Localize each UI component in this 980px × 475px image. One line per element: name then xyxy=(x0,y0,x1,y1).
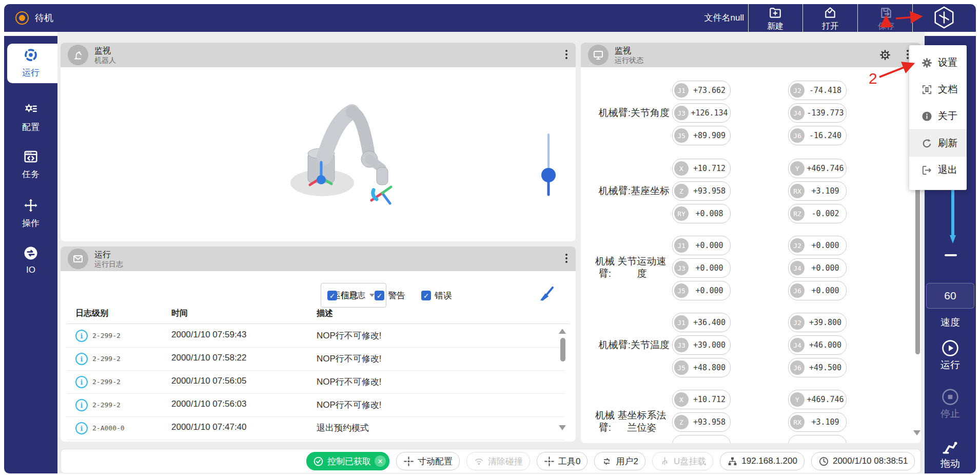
scroll-down-icon[interactable] xyxy=(559,425,566,430)
statusbar-pill-192.168.1.200[interactable]: 192.168.1.200 xyxy=(720,452,805,470)
statusbar-pill-清除碰撞: 清除碰撞 xyxy=(466,452,530,470)
menu-item-label: 刷新 xyxy=(938,137,957,150)
info-icon: i xyxy=(75,399,88,411)
jog-icon xyxy=(403,456,414,467)
log-row[interactable]: i 2-299-2 2000/1/10 07:56:03 NOP行不可修改! xyxy=(67,393,564,417)
new-file-button[interactable]: 新建 xyxy=(748,4,802,32)
divider xyxy=(857,4,858,32)
scroll-down-icon[interactable] xyxy=(913,430,920,435)
status-pill: RX+3.109 xyxy=(788,412,847,432)
axis-value: +0.000 xyxy=(689,241,730,250)
log-level: 2-A000-0 xyxy=(92,424,125,432)
log-time: 2000/1/10 07:56:05 xyxy=(171,376,247,386)
status-pill: Y+469.746 xyxy=(788,159,847,178)
filter-checkbox-错误[interactable]: ✓错误 xyxy=(421,290,452,301)
menu-item-关于[interactable]: 关于 xyxy=(909,103,967,129)
log-time: 2000/1/10 07:59:43 xyxy=(171,330,247,340)
drag-mode-button[interactable] xyxy=(925,438,976,455)
log-level: 2-299-2 xyxy=(92,401,121,409)
stop-button xyxy=(925,388,976,406)
panel-header: 监视 机器人 xyxy=(61,43,576,67)
axis-value: +469.746 xyxy=(805,395,846,404)
log-row[interactable]: i 2-299-2 2000/1/10 07:56:05 NOP行不可修改! xyxy=(67,370,564,394)
log-row[interactable]: i 2-299-2 2000/1/10 07:59:43 NOP行不可修改! xyxy=(67,324,564,348)
axis-value: +0.000 xyxy=(805,241,846,250)
info-icon: i xyxy=(75,376,88,388)
statusbar-pill-2000/1/10 08:38:51[interactable]: 2000/1/10 08:38:51 xyxy=(811,452,915,470)
axis-tag: J1 xyxy=(674,238,689,253)
open-file-button[interactable]: 打开 xyxy=(803,4,857,32)
panel-settings-gear-icon[interactable] xyxy=(879,49,891,63)
panel-title: 监视 xyxy=(615,46,631,56)
axis-value: -74.418 xyxy=(805,86,846,95)
filter-checkbox-警告[interactable]: ✓警告 xyxy=(375,290,405,301)
axis-value: +49.500 xyxy=(805,363,846,372)
panel-header: 监视 运行状态 xyxy=(581,43,921,67)
menu-item-刷新[interactable]: 刷新 xyxy=(909,130,967,157)
status-pill: RY+0.008 xyxy=(672,204,731,223)
status-pill: J1+0.000 xyxy=(672,236,731,255)
scroll-up-icon[interactable] xyxy=(559,329,566,334)
filter-checkbox-信息[interactable]: ✓信息 xyxy=(327,290,358,301)
close-icon[interactable]: ✕ xyxy=(375,455,386,467)
status-scrollbar[interactable] xyxy=(915,185,920,354)
kebab-menu-icon[interactable] xyxy=(565,254,567,263)
group-label-name: 基坐标系法兰位姿 xyxy=(616,409,668,434)
checkbox-label: 信息 xyxy=(341,290,358,301)
speed-value: 60 xyxy=(926,283,974,309)
log-description: NOP行不可修改! xyxy=(317,376,382,388)
robot-status: 待机 xyxy=(15,4,53,32)
axis-tag: J3 xyxy=(674,338,689,352)
statusbar-pill-用户2[interactable]: 用户2 xyxy=(594,452,645,470)
axis-tag: J1 xyxy=(674,83,689,98)
info-icon: i xyxy=(75,353,88,365)
axis-value: +73.662 xyxy=(689,86,730,95)
axis-value: +0.000 xyxy=(689,263,730,273)
save-file-icon xyxy=(879,6,893,22)
log-description: NOP行不可修改! xyxy=(317,330,382,341)
axis-tag: RY xyxy=(674,206,689,221)
axis-value: +36.400 xyxy=(689,318,730,327)
axis-value: -139.773 xyxy=(805,108,846,118)
axis-value: +89.909 xyxy=(689,131,730,140)
network-icon xyxy=(727,456,738,467)
filename-label: 文件名null xyxy=(704,4,744,32)
axis-tag: RX xyxy=(790,415,805,429)
robot-3d-view[interactable] xyxy=(281,91,435,230)
statusbar-pill-工具0[interactable]: 工具0 xyxy=(537,452,587,470)
sidebar-item-运行[interactable]: 运行 xyxy=(4,47,57,79)
kebab-menu-icon[interactable] xyxy=(565,50,567,59)
speed-minus-button[interactable] xyxy=(945,254,957,256)
axis-tag: J5 xyxy=(674,128,689,143)
statusbar-pill-寸动配置[interactable]: 寸动配置 xyxy=(396,452,460,470)
sidebar-item-IO[interactable]: IO xyxy=(4,245,57,275)
log-description: NOP行不可修改! xyxy=(317,353,382,365)
sidebar-item-任务[interactable]: 任务 xyxy=(4,149,57,180)
menu-item-退出[interactable]: 退出 xyxy=(909,157,967,183)
statusbar-pill-控制已获取[interactable]: 控制已获取✕ xyxy=(306,452,389,470)
log-row[interactable]: i 2-A000-0 2000/1/10 07:47:40 退出预约模式 xyxy=(67,416,564,440)
group-label: 机械臂:关节角度 xyxy=(581,106,670,120)
sidebar-item-操作[interactable]: 操作 xyxy=(4,198,57,229)
axis-value: -0.002 xyxy=(805,209,846,218)
kebab-menu-icon[interactable] xyxy=(907,50,909,59)
nav-sidebar: 运行配置任务操作IO xyxy=(4,36,57,473)
checkbox-checked-icon: ✓ xyxy=(421,291,431,300)
view-zoom-slider[interactable] xyxy=(539,132,558,197)
app-logo-button[interactable] xyxy=(912,5,976,32)
status-pill: J5+89.909 xyxy=(672,126,731,145)
status-pill: Y+469.746 xyxy=(788,390,847,409)
axis-value: +48.800 xyxy=(689,363,730,372)
log-row[interactable]: i 2-299-2 2000/1/10 07:58:22 NOP行不可修改! xyxy=(67,347,564,371)
refresh-icon xyxy=(920,138,933,149)
menu-item-设置[interactable]: 设置 xyxy=(909,49,967,76)
group-label: 机械臂:基座坐标 xyxy=(581,184,670,198)
clear-log-button[interactable] xyxy=(538,285,555,305)
menu-item-文档[interactable]: 文档 xyxy=(909,76,967,103)
new-file-icon xyxy=(769,6,782,22)
run-play-button[interactable] xyxy=(925,339,976,357)
log-scrollbar[interactable] xyxy=(560,338,565,362)
axis-tag: J6 xyxy=(790,360,805,375)
usb-icon xyxy=(659,456,670,467)
sidebar-item-配置[interactable]: 配置 xyxy=(4,102,57,133)
